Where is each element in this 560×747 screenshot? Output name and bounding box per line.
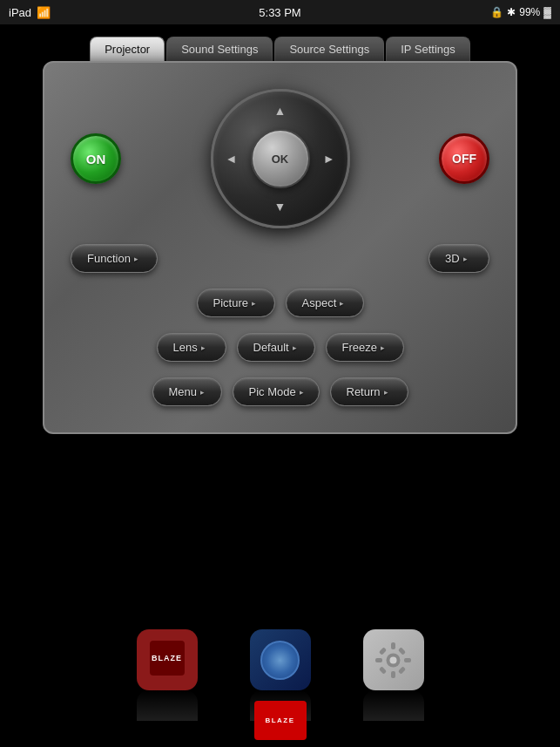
on-button[interactable]: ON xyxy=(71,133,121,184)
status-left: iPad 📶 xyxy=(9,6,51,19)
svg-rect-5 xyxy=(404,658,411,662)
menu-button[interactable]: Menu xyxy=(152,377,222,406)
aspect-button[interactable]: Aspect xyxy=(286,289,364,317)
svg-rect-3 xyxy=(391,671,395,678)
svg-point-1 xyxy=(390,656,397,663)
tab-ip-settings[interactable]: IP Settings xyxy=(386,37,470,61)
blaze-icon-inner: BLAZE xyxy=(150,641,185,676)
bottom-blaze-text: BLAZE xyxy=(265,716,294,724)
blaze-app-icon[interactable]: BLAZE xyxy=(137,629,198,690)
function-button[interactable]: Function xyxy=(71,244,158,273)
svg-rect-4 xyxy=(375,658,382,662)
remote-panel: ON ▲ ▼ ◄ ► OK OFF Function 3D Picture As… xyxy=(43,61,517,434)
dpad-down[interactable]: ▼ xyxy=(274,200,287,214)
lock-icon: 🔒 xyxy=(490,6,503,18)
freeze-button[interactable]: Freeze xyxy=(326,333,404,362)
tab-sound-settings[interactable]: Sound Settings xyxy=(166,37,273,61)
tab-bar: Projector Sound Settings Source Settings… xyxy=(90,37,470,61)
svg-rect-8 xyxy=(379,666,387,674)
off-button[interactable]: OFF xyxy=(439,133,489,184)
dpad-container: ▲ ▼ ◄ ► OK xyxy=(211,89,350,228)
ipad-label: iPad xyxy=(9,6,31,19)
battery-icon: ▓ xyxy=(543,6,551,18)
app-dock: BLAZE xyxy=(0,629,560,690)
svg-rect-6 xyxy=(379,647,387,655)
dpad-right[interactable]: ► xyxy=(323,152,335,166)
bluray-disc xyxy=(260,641,300,680)
picture-button[interactable]: Picture xyxy=(197,289,275,317)
default-button[interactable]: Default xyxy=(237,333,315,362)
picture-aspect-row: Picture Aspect xyxy=(71,289,489,317)
dpad-up[interactable]: ▲ xyxy=(274,104,287,118)
return-button[interactable]: Return xyxy=(330,377,408,406)
3d-button[interactable]: 3D xyxy=(428,244,489,273)
dpad-left[interactable]: ◄ xyxy=(226,152,238,166)
bluray-app-icon[interactable] xyxy=(250,629,311,690)
wifi-icon: 📶 xyxy=(37,6,51,19)
status-time: 5:33 PM xyxy=(259,6,300,19)
function-3d-row: Function 3D xyxy=(71,244,489,273)
menu-picmode-return-row: Menu Pic Mode Return xyxy=(71,377,489,406)
svg-rect-9 xyxy=(398,666,406,674)
dpad-outer: ▲ ▼ ◄ ► OK xyxy=(211,89,350,228)
status-bar: iPad 📶 5:33 PM 🔒 ✱ 99% ▓ xyxy=(0,0,560,24)
battery-percentage: 99% xyxy=(519,6,540,18)
main-content: Projector Sound Settings Source Settings… xyxy=(0,24,560,747)
status-right: 🔒 ✱ 99% ▓ xyxy=(490,6,551,18)
tab-source-settings[interactable]: Source Settings xyxy=(274,37,384,61)
gear-icon xyxy=(374,641,413,680)
bluetooth-icon: ✱ xyxy=(507,6,516,18)
settings-app-icon[interactable] xyxy=(363,629,424,690)
lens-button[interactable]: Lens xyxy=(157,333,226,362)
ok-button[interactable]: OK xyxy=(251,129,310,188)
svg-rect-2 xyxy=(391,642,395,649)
pic-mode-button[interactable]: Pic Mode xyxy=(233,377,320,406)
bottom-blaze-logo: BLAZE xyxy=(254,701,307,740)
tab-projector[interactable]: Projector xyxy=(90,37,165,61)
lens-default-freeze-row: Lens Default Freeze xyxy=(71,333,489,362)
top-row: ON ▲ ▼ ◄ ► OK OFF xyxy=(71,89,489,228)
svg-rect-7 xyxy=(398,647,406,655)
